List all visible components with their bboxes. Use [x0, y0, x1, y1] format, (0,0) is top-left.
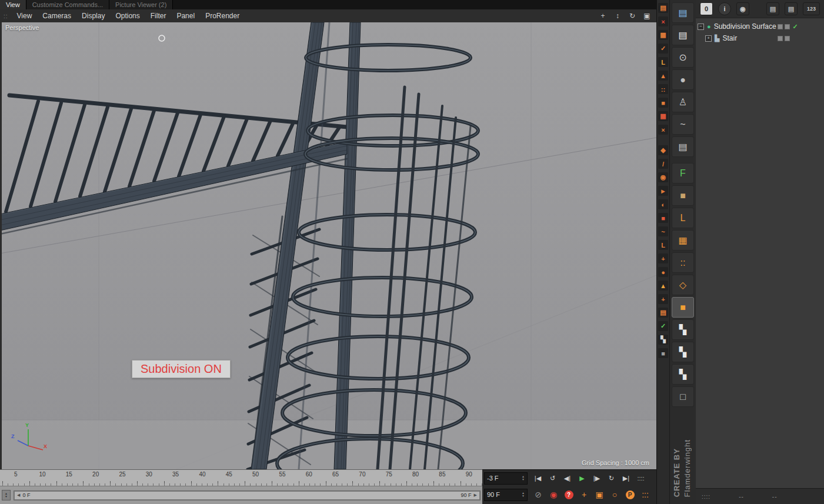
menu-options[interactable]: Options [110, 12, 145, 20]
play-forwards-button[interactable]: ▶ [575, 472, 589, 485]
tree-expander-icon[interactable]: − [698, 24, 704, 30]
range-left-grip-icon[interactable]: ◀ [17, 493, 20, 498]
keyframe-disabled-icon[interactable]: ⊘ [531, 488, 545, 502]
workplane-mode-button[interactable]: L [672, 208, 694, 228]
rotate-view-icon[interactable]: ↻ [628, 12, 637, 20]
frame-spinner-icon[interactable]: ▲▼ [522, 492, 525, 498]
film-icon[interactable]: ▤ [672, 136, 694, 157]
object-label[interactable]: Stair [722, 34, 737, 42]
filter-film2-icon[interactable]: ▤ [785, 2, 798, 15]
table-tool-icon[interactable]: ▦ [658, 111, 668, 121]
axis-tool-icon[interactable]: + [658, 253, 668, 263]
stamp-tool-icon[interactable]: ■ [658, 213, 668, 223]
goto-start-button[interactable]: |◀ [531, 472, 545, 485]
enable-axis-icon[interactable]: F [672, 163, 694, 183]
grid-tool-icon[interactable]: ▦ [658, 30, 668, 40]
magnet-tool-icon[interactable]: ◉ [658, 172, 668, 182]
timeline-range-handle[interactable]: ◀ 0 F 90 F ▶ [15, 492, 479, 499]
tab-picture-viewer[interactable]: Picture Viewer (2) [109, 0, 173, 9]
end-frame-field[interactable]: 90 F ▲▼ [484, 489, 528, 501]
delete-icon[interactable]: × [658, 16, 668, 26]
character-icon[interactable]: ♙ [672, 92, 694, 112]
panel-drag-handle-icon[interactable]: :::: [702, 493, 710, 500]
perspective-viewport[interactable]: Perspective Subdivision ON Grid Spacing … [0, 22, 656, 469]
goto-prev-key-button[interactable]: ↺ [546, 472, 559, 485]
record-scale-toggle[interactable]: ▣ [592, 488, 606, 502]
cube-tool-icon[interactable]: ■ [658, 348, 668, 358]
viewport-canvas[interactable] [0, 22, 656, 469]
object-label[interactable]: Subdivision Surface [714, 22, 776, 31]
object-info-icon[interactable]: i [718, 2, 731, 15]
menu-view[interactable]: View [12, 12, 38, 20]
timeline-ruler[interactable]: 5 10 15 20 25 30 35 40 45 50 55 60 [0, 469, 482, 487]
render-settings-icon[interactable]: ▤ [658, 3, 668, 13]
current-frame-field[interactable]: -3 F ▲▼ [484, 472, 528, 485]
enabled-check-icon[interactable]: ✓ [790, 23, 800, 31]
record-rotation-toggle[interactable]: ○ [608, 488, 622, 502]
knife-tool-icon[interactable]: / [658, 159, 668, 169]
check-tool-icon[interactable]: ✓ [658, 44, 668, 54]
doc-tool-icon[interactable]: ▤ [658, 308, 668, 318]
select-tool-icon[interactable]: ▲ [658, 281, 668, 291]
model-mode-button[interactable]: ■ [672, 185, 694, 206]
mirror-tool-icon[interactable]: ◐ [658, 199, 668, 209]
frame-123-icon[interactable]: 123 [803, 2, 820, 15]
menu-prorender[interactable]: ProRender [200, 12, 245, 20]
material-manager-icon[interactable]: ● [672, 69, 694, 90]
content-browser-icon[interactable]: ▤ [672, 25, 694, 45]
dolly-view-icon[interactable]: ↕ [613, 12, 622, 20]
goto-next-frame-button[interactable]: |▶ [590, 472, 603, 485]
visibility-dots[interactable] [778, 36, 790, 41]
record-position-toggle[interactable]: + [577, 488, 591, 502]
render-visibility-dot[interactable] [785, 36, 790, 41]
goto-prev-frame-button[interactable]: ◀| [561, 472, 574, 485]
menu-filter[interactable]: Filter [145, 12, 172, 20]
diamond-tool-icon[interactable]: ◆ [658, 145, 668, 155]
edges-mode-button[interactable]: ◇ [672, 275, 694, 295]
dots-tool-icon[interactable]: :: [658, 84, 668, 94]
menu-cameras[interactable]: Cameras [37, 12, 76, 20]
range-right-grip-icon[interactable]: ▶ [474, 493, 477, 498]
tab-view[interactable]: View [0, 0, 26, 9]
object-row-stair[interactable]: + ▙ Stair [696, 32, 824, 44]
tab-customize-commands[interactable]: Customize Commands... [26, 0, 109, 9]
uv-mode-button[interactable]: ▚ [672, 364, 694, 385]
cross-tool-icon[interactable]: × [658, 125, 668, 135]
timeline-zoom-spinner[interactable]: ▲ ▼ [2, 490, 11, 500]
triangle-tool-icon[interactable]: ▲ [658, 71, 668, 81]
spline-curve-icon[interactable]: ~ [672, 114, 694, 135]
powerslider-menu-button[interactable]: :::: [634, 472, 648, 485]
checker-tool-icon[interactable]: ▚ [658, 335, 668, 345]
menu-display[interactable]: Display [76, 12, 110, 20]
texture-mode-button[interactable]: ▚ [672, 319, 694, 340]
object-mode-button[interactable]: □ [672, 386, 694, 407]
texture-axis-mode-button[interactable]: ▚ [672, 342, 694, 362]
polygons-mode-button[interactable]: ■ [672, 297, 694, 318]
editor-visibility-dot[interactable] [778, 24, 783, 29]
square-tool-icon[interactable]: ■ [658, 98, 668, 108]
record-pla-toggle[interactable]: ::: [638, 488, 652, 502]
layer-browser-icon[interactable]: ▤ [672, 2, 694, 23]
pan-view-icon[interactable]: + [598, 12, 608, 20]
drop-tool-icon[interactable]: ● [658, 267, 668, 277]
spline-tool-icon[interactable]: ~ [658, 226, 668, 236]
toggle-view-icon[interactable]: ▣ [642, 12, 652, 20]
move-tool-icon[interactable]: + [658, 294, 668, 304]
autokeying-button[interactable]: ? [562, 488, 576, 502]
menu-panel[interactable]: Panel [171, 12, 200, 20]
tree-expander-icon[interactable]: + [705, 35, 712, 42]
timeline-range-track[interactable]: ◀ 0 F 90 F ▶ [14, 490, 481, 500]
camera-view-icon[interactable]: ◉ [736, 2, 749, 15]
visibility-dots[interactable] [778, 24, 790, 29]
clock-icon[interactable]: ⊙ [672, 47, 694, 68]
record-parameter-toggle[interactable]: P [623, 488, 637, 502]
record-active-objects-button[interactable]: ◉ [546, 488, 561, 502]
goto-next-key-button[interactable]: ↻ [605, 472, 618, 485]
angle-tool-icon[interactable]: L [658, 57, 668, 67]
measure-tool-icon[interactable]: L [658, 240, 668, 250]
goto-end-button[interactable]: ▶| [619, 472, 633, 485]
object-row-subdivision-surface[interactable]: − ● Subdivision Surface ✓ [696, 21, 824, 32]
arrow-tool-icon[interactable]: ► [658, 186, 668, 196]
texture-grid-button[interactable]: ▦ [672, 230, 694, 251]
layer-zero-icon[interactable]: 0 [700, 2, 713, 15]
